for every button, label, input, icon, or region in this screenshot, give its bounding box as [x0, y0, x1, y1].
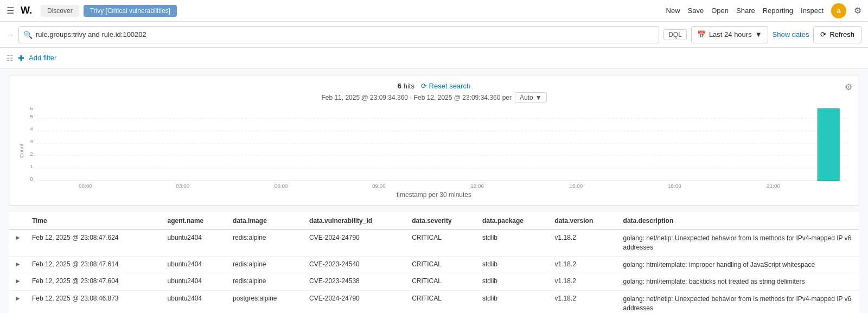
col-agent-name: agent.name — [162, 213, 228, 230]
cell-vuln-id: CVE-2023-24538 — [304, 273, 406, 291]
expand-col-header — [9, 213, 27, 230]
cell-severity: CRITICAL — [406, 229, 477, 256]
time-selector[interactable]: 📅 Last 24 hours ▼ — [691, 26, 768, 43]
cell-vuln-id: CVE-2024-24790 — [304, 229, 406, 256]
cell-time: Feb 12, 2025 @ 23:08:47.624 — [27, 229, 162, 256]
settings-icon[interactable]: ⚙ — [854, 5, 861, 16]
date-range-text: Feb 11, 2025 @ 23:09:34.360 - Feb 12, 20… — [321, 94, 512, 101]
hamburger-icon[interactable]: ☰ — [7, 5, 14, 16]
avatar[interactable]: a — [831, 3, 846, 18]
cell-package: stdlib — [477, 273, 550, 291]
add-filter-icon[interactable]: ✚ — [18, 54, 24, 62]
cell-severity: CRITICAL — [406, 291, 477, 313]
cell-description: golang: net/netip: Unexpected behavior f… — [618, 229, 859, 256]
chart-settings-icon[interactable]: ⚙ — [845, 82, 852, 92]
cell-agent-name: ubuntu2404 — [162, 291, 228, 313]
add-filter-button[interactable]: Add filter — [29, 54, 56, 62]
cell-version: v1.18.2 — [550, 229, 618, 256]
cell-description: golang: html/template: backticks not tre… — [618, 273, 859, 291]
hits-count: 6 — [398, 82, 401, 90]
time-label: Last 24 hours — [709, 30, 752, 39]
col-vuln-id: data.vulnerability_id — [304, 213, 406, 230]
chart-panel: ⚙ 6 hits ⟳ Reset search Feb 11, 2025 @ 2… — [9, 75, 859, 206]
chart-xlabel: timestamp per 30 minutes — [18, 191, 850, 199]
histogram-chart: 0 1 2 3 4 5 6 Count 00:00 03:00 06:00 — [18, 107, 850, 189]
show-dates-button[interactable]: Show dates — [773, 30, 809, 39]
svg-text:03:00: 03:00 — [176, 183, 189, 189]
search-icon: 🔍 — [23, 30, 33, 39]
col-data-image: data.image — [227, 213, 304, 230]
expand-cell[interactable]: ► — [9, 291, 27, 313]
hits-label: hits — [404, 82, 414, 90]
col-description: data.description — [618, 213, 859, 230]
expand-cell[interactable]: ► — [9, 273, 27, 291]
dql-button[interactable]: DQL — [663, 29, 687, 40]
per-dropdown[interactable]: Auto ▼ — [515, 92, 547, 103]
expand-arrow-icon[interactable]: ► — [15, 295, 21, 302]
cell-data-image: redis:alpine — [227, 229, 304, 256]
calendar-icon: 📅 — [697, 30, 706, 39]
tab-trivy[interactable]: Trivy [Critical vulnerabilities] — [84, 5, 177, 17]
svg-text:5: 5 — [30, 113, 33, 119]
expand-arrow-icon[interactable]: ► — [15, 277, 21, 285]
sidebar-toggle-icon[interactable]: → — [7, 30, 14, 39]
cell-severity: CRITICAL — [406, 256, 477, 273]
svg-text:18:00: 18:00 — [668, 183, 681, 189]
app-logo: W. — [21, 5, 32, 16]
reset-search-button[interactable]: ⟳ Reset search — [421, 82, 471, 90]
svg-text:21:00: 21:00 — [767, 183, 780, 189]
reset-icon: ⟳ — [421, 82, 427, 90]
expand-cell[interactable]: ► — [9, 256, 27, 273]
new-button[interactable]: New — [666, 7, 680, 15]
col-severity: data.severity — [406, 213, 477, 230]
chart-header: 6 hits ⟳ Reset search — [18, 82, 850, 90]
chart-date-range: Feb 11, 2025 @ 23:09:34.360 - Feb 12, 20… — [18, 92, 850, 103]
refresh-label: Refresh — [829, 30, 854, 39]
expand-arrow-icon[interactable]: ► — [15, 234, 21, 241]
cell-agent-name: ubuntu2404 — [162, 229, 228, 256]
share-button[interactable]: Share — [736, 7, 755, 15]
svg-text:4: 4 — [30, 126, 33, 132]
search-input-wrap: 🔍 — [18, 26, 659, 43]
col-time: Time — [27, 213, 162, 230]
expand-arrow-icon[interactable]: ► — [15, 260, 21, 268]
cell-severity: CRITICAL — [406, 273, 477, 291]
filter-icon[interactable]: ☷ — [7, 54, 14, 62]
col-package: data.package — [477, 213, 550, 230]
svg-text:09:00: 09:00 — [372, 183, 386, 189]
table-row: ► Feb 12, 2025 @ 23:08:47.614 ubuntu2404… — [9, 256, 859, 273]
cell-agent-name: ubuntu2404 — [162, 273, 228, 291]
cell-agent-name: ubuntu2404 — [162, 256, 228, 273]
data-table: Time agent.name data.image data.vulnerab… — [9, 212, 859, 313]
svg-text:06:00: 06:00 — [275, 183, 288, 189]
main-content: ⚙ 6 hits ⟳ Reset search Feb 11, 2025 @ 2… — [0, 68, 868, 313]
save-button[interactable]: Save — [688, 7, 704, 15]
cell-time: Feb 12, 2025 @ 23:08:46.873 — [27, 291, 162, 313]
reporting-button[interactable]: Reporting — [763, 7, 793, 15]
cell-version: v1.18.2 — [550, 256, 618, 273]
cell-time: Feb 12, 2025 @ 23:08:47.614 — [27, 256, 162, 273]
chevron-down-icon: ▼ — [755, 30, 762, 39]
hits-summary: 6 hits ⟳ Reset search — [398, 82, 470, 90]
search-input[interactable] — [36, 30, 654, 39]
svg-text:12:00: 12:00 — [470, 183, 484, 189]
cell-data-image: redis:alpine — [227, 256, 304, 273]
svg-rect-22 — [818, 108, 839, 180]
search-bar: → 🔍 DQL 📅 Last 24 hours ▼ Show dates ⟳ R… — [0, 22, 868, 48]
refresh-button[interactable]: ⟳ Refresh — [813, 26, 861, 43]
nav-actions: New Save Open Share Reporting Inspect a … — [666, 3, 861, 18]
expand-cell[interactable]: ► — [9, 229, 27, 256]
svg-text:2: 2 — [30, 151, 33, 157]
col-version: data.version — [550, 213, 618, 230]
svg-text:6: 6 — [30, 107, 33, 111]
tab-discover[interactable]: Discover — [41, 5, 79, 17]
inspect-button[interactable]: Inspect — [801, 7, 824, 15]
table-row: ► Feb 12, 2025 @ 23:08:46.873 ubuntu2404… — [9, 291, 859, 313]
cell-package: stdlib — [477, 229, 550, 256]
filter-bar: ☷ ✚ Add filter — [0, 48, 868, 68]
open-button[interactable]: Open — [711, 7, 729, 15]
cell-data-image: redis:alpine — [227, 273, 304, 291]
svg-text:3: 3 — [30, 138, 33, 144]
cell-package: stdlib — [477, 256, 550, 273]
refresh-icon: ⟳ — [820, 30, 826, 39]
